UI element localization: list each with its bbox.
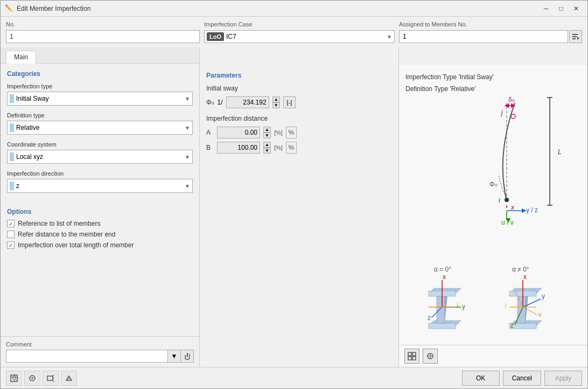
tab-main[interactable]: Main: [6, 51, 36, 64]
maximize-button[interactable]: □: [554, 3, 568, 14]
svg-text:0.00: 0.00: [12, 374, 18, 382]
dist-b-spin-down[interactable]: ▼: [263, 148, 271, 154]
svg-text:α ≠ 0°: α ≠ 0°: [512, 266, 529, 273]
definition-type-group: Definition type Relative ▼: [7, 112, 193, 135]
phi0-spinners: ▲ ▼: [272, 96, 280, 108]
svg-text:v: v: [538, 311, 542, 318]
refer-distance-row[interactable]: Refer distance to the member end: [7, 231, 193, 238]
definition-type-value: Relative: [16, 124, 185, 131]
svg-rect-59: [412, 357, 416, 360]
phi0-bracket-btn[interactable]: [-]: [283, 96, 296, 108]
imperfection-direction-select[interactable]: z ▼: [7, 179, 193, 193]
no-field: No. 1: [6, 21, 200, 43]
dist-a-spin-down[interactable]: ▼: [263, 133, 271, 138]
imperfection-direction-value: z: [16, 182, 185, 190]
view-btn-1[interactable]: [404, 349, 419, 364]
dist-a-spinners: ▲ ▼: [263, 127, 271, 138]
no-input[interactable]: 1: [6, 30, 200, 43]
tool-btn-1[interactable]: 0.00: [6, 371, 22, 386]
coordinate-system-arrow[interactable]: ▼: [185, 154, 190, 160]
comment-attach-button[interactable]: [180, 350, 193, 362]
over-total-length-row[interactable]: ✓ Imperfection over total length of memb…: [7, 241, 193, 249]
impcase-select-wrap[interactable]: LoO IC7 ▼: [204, 30, 395, 43]
imperfection-type-select[interactable]: Initial Sway ▼: [7, 92, 193, 106]
ok-button[interactable]: OK: [462, 371, 500, 386]
svg-line-70: [53, 375, 54, 376]
middle-panel: Parameters Initial sway Φ₀ 1/ ▲ ▼ [-] Im…: [200, 47, 399, 367]
view-btn-2[interactable]: [423, 349, 438, 364]
ref-to-list-checkbox[interactable]: ✓: [7, 220, 15, 227]
cancel-button[interactable]: Cancel: [503, 371, 541, 386]
svg-rect-1: [572, 36, 577, 37]
imperfection-direction-group: Imperfection direction z ▼: [7, 170, 193, 193]
svg-text:i: i: [499, 197, 500, 204]
apply-button[interactable]: Apply: [544, 371, 582, 386]
dist-a-spin-up[interactable]: ▲: [263, 127, 271, 133]
spacer: [7, 199, 193, 206]
dist-a-pct: %: [286, 127, 297, 138]
assigned-field: Assigned to Members No.: [399, 21, 582, 43]
imperfection-type-arrow[interactable]: ▼: [185, 96, 190, 102]
tab-bar: Main: [1, 47, 199, 64]
svg-marker-3: [577, 37, 579, 40]
imperfection-type-label: Imperfection type: [7, 83, 193, 89]
refer-distance-checkbox[interactable]: [7, 231, 15, 238]
phi0-row: Φ₀ 1/ ▲ ▼ [-]: [206, 96, 392, 108]
svg-rect-58: [408, 357, 411, 360]
coord-select-accent: [10, 152, 14, 161]
svg-text:u / v: u / v: [501, 219, 514, 226]
definition-type-select[interactable]: Relative ▼: [7, 121, 193, 135]
dist-b-spinners: ▲ ▼: [263, 142, 271, 154]
comment-input-row: ▼: [6, 350, 194, 363]
right-bottom: [399, 345, 587, 367]
close-button[interactable]: ✕: [569, 3, 583, 14]
comment-dropdown-button[interactable]: ▼: [167, 350, 180, 362]
tool-icon-3: [46, 374, 55, 383]
svg-text:x: x: [443, 273, 446, 281]
no-label: No.: [6, 21, 200, 27]
right-spacer: [399, 47, 587, 65]
assigned-browse-button[interactable]: [569, 30, 582, 43]
tool-icon-4: [65, 374, 73, 383]
svg-text:y: y: [542, 293, 545, 300]
comment-input[interactable]: [6, 352, 167, 360]
dist-a-input[interactable]: [217, 127, 260, 138]
dist-b-input[interactable]: [217, 142, 260, 154]
svg-text:δ₀: δ₀: [508, 96, 515, 103]
svg-text:x: x: [523, 273, 527, 281]
tool-btn-2[interactable]: [24, 371, 40, 386]
svg-text:z: z: [510, 322, 514, 329]
over-total-length-label: Imperfection over total length of member: [18, 241, 134, 249]
assigned-input[interactable]: [399, 30, 568, 43]
tool-btn-3[interactable]: [43, 371, 59, 386]
ref-to-list-check: ✓: [9, 221, 13, 227]
impcase-label: Imperfection Case: [204, 21, 395, 27]
phi0-input[interactable]: [226, 96, 269, 108]
coordinate-system-value: Local xyz: [16, 153, 185, 161]
definition-type-arrow[interactable]: ▼: [185, 125, 190, 131]
phi0-spin-up[interactable]: ▲: [272, 96, 280, 102]
over-total-length-checkbox[interactable]: ✓: [7, 241, 15, 249]
tool-btn-4[interactable]: [61, 371, 77, 386]
assigned-label: Assigned to Members No.: [399, 21, 582, 27]
dist-row-a: A ▲ ▼ [%] %: [206, 127, 392, 138]
impcase-value: IC7: [226, 33, 384, 40]
svg-text:z: z: [428, 314, 431, 322]
categories-title: Categories: [7, 70, 193, 78]
param-slash: 1/: [218, 99, 223, 106]
phi0-spin-down[interactable]: ▼: [272, 102, 280, 108]
coordinate-system-select[interactable]: Local xyz ▼: [7, 150, 193, 164]
dist-b-spin-up[interactable]: ▲: [263, 142, 271, 148]
bottom-bar: 0.00: [1, 367, 587, 388]
window-icon: ✏️: [5, 4, 13, 13]
svg-line-72: [53, 380, 54, 381]
imperfection-direction-arrow[interactable]: ▼: [185, 183, 190, 189]
cross-section-diagrams: α = 0°: [399, 264, 587, 339]
dist-a-unit: [%]: [274, 129, 283, 136]
imperfection-type-value: Initial Sway: [16, 95, 185, 102]
svg-text:x: x: [510, 204, 515, 211]
view-icon-2: [426, 352, 435, 360]
svg-text:α = 0°: α = 0°: [434, 266, 451, 273]
ref-to-list-row[interactable]: ✓ Reference to list of members: [7, 220, 193, 227]
minimize-button[interactable]: ─: [539, 3, 553, 14]
